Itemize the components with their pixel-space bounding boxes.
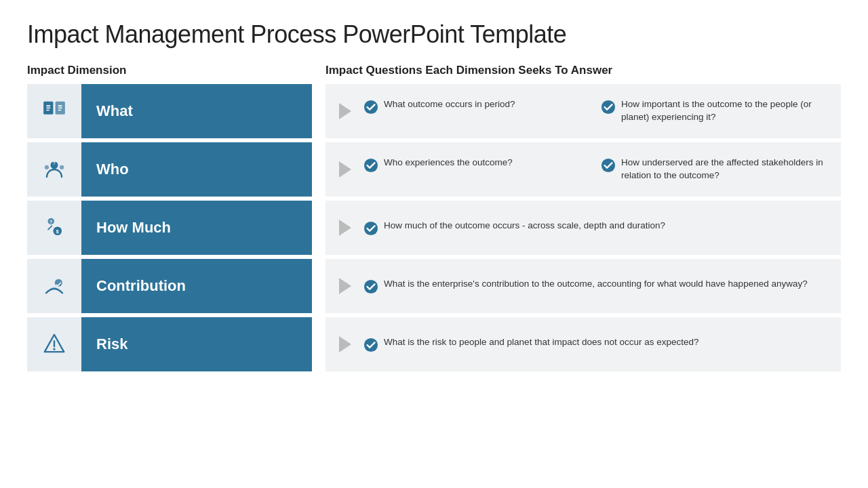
arrow-risk: [335, 336, 355, 352]
dimension-row-risk: Risk: [27, 317, 312, 371]
question-row-risk: What is the risk to people and planet th…: [326, 317, 841, 371]
left-col-header: Impact Dimension: [27, 64, 312, 77]
label-box-risk: Risk: [81, 317, 312, 371]
arrow-who: [335, 161, 355, 178]
label-how-much: How Much: [96, 219, 171, 237]
svg-point-14: [601, 100, 615, 114]
label-risk: Risk: [96, 336, 127, 353]
label-contribution: Contribution: [96, 277, 186, 295]
label-who: Who: [96, 161, 129, 178]
label-box-how-much: How Much: [81, 201, 312, 255]
dimension-row-contribution: Contribution: [27, 259, 312, 313]
question-row-how-much: How much of the outcome occurs - across …: [326, 201, 841, 255]
svg-point-15: [364, 159, 378, 172]
svg-point-12: [53, 348, 55, 350]
arrow-shape: [339, 278, 351, 294]
svg-point-4: [60, 165, 64, 169]
question-row-contribution: What is the enterprise's contribution to…: [326, 259, 841, 313]
q-text-1: How much of the outcome occurs - across …: [384, 220, 665, 232]
question-row-who: Who experiences the outcome? How underse…: [326, 142, 841, 197]
svg-text:$: $: [56, 228, 60, 235]
icon-box-what: [27, 84, 81, 138]
svg-point-19: [364, 338, 378, 352]
svg-text:?: ?: [53, 161, 56, 165]
q-item-2: How important is the outcome to the peop…: [601, 98, 831, 124]
arrow-shape: [339, 161, 351, 178]
svg-point-3: [45, 165, 49, 169]
svg-point-17: [364, 222, 378, 235]
arrow-shape: [339, 220, 351, 236]
q-item-1: Who experiences the outcome?: [363, 157, 594, 182]
dimension-row-how-much: ? $ How Much: [27, 201, 312, 255]
questions-how-much: How much of the outcome occurs - across …: [363, 220, 831, 236]
right-col-header: Impact Questions Each Dimension Seeks To…: [326, 64, 841, 77]
arrow-shape: [339, 103, 351, 119]
q-item-1: What is the enterprise's contribution to…: [363, 278, 831, 294]
q-text-1: Who experiences the outcome?: [384, 157, 513, 169]
dimension-row-what: What: [27, 84, 312, 138]
q-text-2: How underserved are the affected stakeho…: [621, 157, 831, 182]
label-box-what: What: [81, 84, 312, 138]
question-row-what: What outcome occurs in period? How impor…: [326, 84, 841, 138]
icon-box-risk: [27, 317, 81, 371]
icon-box-how-much: ? $: [27, 201, 81, 255]
questions-contribution: What is the enterprise's contribution to…: [363, 278, 831, 294]
right-column: Impact Questions Each Dimension Seeks To…: [312, 64, 841, 375]
q-item-2: How underserved are the affected stakeho…: [601, 157, 831, 182]
svg-point-18: [364, 280, 378, 293]
left-column: Impact Dimension What ? Who ? $: [27, 64, 312, 375]
svg-point-13: [364, 100, 378, 114]
q-text-1: What is the risk to people and planet th…: [384, 336, 699, 349]
q-item-1: What is the risk to people and planet th…: [363, 336, 831, 352]
arrow-what: [335, 103, 355, 119]
q-text-1: What outcome occurs in period?: [384, 98, 515, 111]
q-item-1: What outcome occurs in period?: [363, 98, 594, 124]
label-box-contribution: Contribution: [81, 259, 312, 313]
dimension-row-who: ? Who: [27, 142, 312, 197]
q-text-1: What is the enterprise's contribution to…: [384, 278, 808, 291]
arrow-contribution: [335, 278, 355, 294]
q-text-2: How important is the outcome to the peop…: [621, 98, 831, 124]
arrow-how-much: [335, 220, 355, 236]
label-box-who: Who: [81, 142, 312, 197]
icon-box-who: ?: [27, 142, 81, 197]
svg-point-16: [601, 159, 615, 172]
arrow-shape: [339, 336, 351, 352]
questions-who: Who experiences the outcome? How underse…: [363, 157, 831, 182]
questions-what: What outcome occurs in period? How impor…: [363, 98, 831, 124]
q-item-1: How much of the outcome occurs - across …: [363, 220, 831, 236]
icon-box-contribution: [27, 259, 81, 313]
svg-text:?: ?: [50, 220, 52, 225]
questions-risk: What is the risk to people and planet th…: [363, 336, 831, 352]
page-title: Impact Management Process PowerPoint Tem…: [27, 20, 841, 49]
label-what: What: [96, 102, 133, 120]
